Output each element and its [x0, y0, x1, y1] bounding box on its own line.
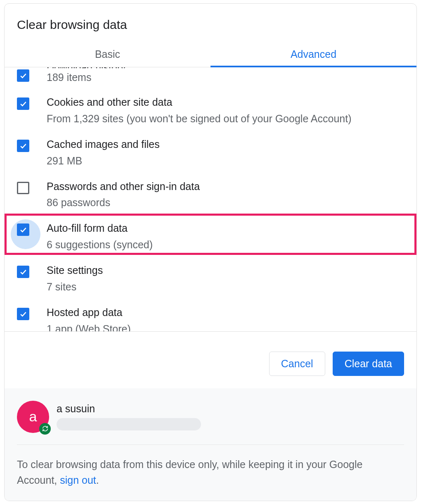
dialog-footer: Cancel Clear data a a	[5, 331, 416, 501]
check-icon	[19, 310, 27, 318]
option-subtitle: 6 suggestions (synced)	[47, 239, 153, 251]
option-cached[interactable]: Cached images and files 291 MB	[5, 130, 416, 172]
option-text: Hosted app data 1 app (Web Store)	[47, 306, 131, 331]
option-subtitle: 7 sites	[47, 281, 103, 293]
option-autofill[interactable]: Auto-fill form data 6 suggestions (synce…	[5, 214, 416, 256]
tabs: Basic Advanced	[5, 41, 416, 67]
option-text: Site settings 7 sites	[47, 264, 103, 293]
checkbox-cached[interactable]	[17, 140, 29, 152]
option-subtitle: 291 MB	[47, 155, 160, 167]
account-email-redacted	[57, 418, 201, 430]
options-list: Download history 189 items Cookies and o…	[5, 67, 416, 331]
checkbox-hosted-app[interactable]	[17, 308, 29, 320]
option-text: Cached images and files 291 MB	[47, 138, 160, 167]
info-text-after: .	[96, 474, 99, 486]
option-subtitle: 1 app (Web Store)	[47, 323, 131, 331]
tab-basic[interactable]: Basic	[5, 41, 210, 67]
info-text: To clear browsing data from this device …	[17, 445, 404, 489]
cancel-button[interactable]: Cancel	[269, 352, 325, 376]
buttons-row: Cancel Clear data	[5, 332, 416, 388]
checkbox-cookies[interactable]	[17, 97, 29, 110]
option-text: Passwords and other sign-in data 86 pass…	[47, 180, 200, 209]
option-hosted-app[interactable]: Hosted app data 1 app (Web Store)	[5, 298, 416, 331]
account-name: a susuin	[57, 403, 201, 415]
checkbox-site-settings[interactable]	[17, 266, 29, 278]
option-title: Download history	[47, 67, 126, 68]
avatar: a	[17, 401, 49, 433]
sync-icon	[42, 425, 49, 432]
option-title: Passwords and other sign-in data	[47, 180, 200, 194]
account-row: a a susuin	[17, 401, 404, 445]
check-icon	[19, 226, 27, 234]
dialog-title: Clear browsing data	[5, 4, 416, 41]
options-scroll-area[interactable]: Download history 189 items Cookies and o…	[5, 67, 416, 331]
check-icon	[19, 268, 27, 276]
option-subtitle: 86 passwords	[47, 197, 200, 209]
tab-advanced[interactable]: Advanced	[210, 41, 416, 67]
option-text: Download history 189 items	[47, 67, 126, 83]
checkbox-autofill[interactable]	[17, 223, 29, 236]
option-site-settings[interactable]: Site settings 7 sites	[5, 256, 416, 298]
sync-badge	[39, 423, 51, 435]
option-text: Auto-fill form data 6 suggestions (synce…	[47, 221, 153, 251]
check-icon	[19, 142, 27, 150]
clear-browsing-data-dialog: Clear browsing data Basic Advanced Downl…	[4, 3, 417, 501]
sign-out-link[interactable]: sign out	[60, 474, 96, 486]
option-title: Cookies and other site data	[47, 95, 352, 109]
option-title: Site settings	[47, 264, 103, 278]
checkbox-download-history[interactable]	[17, 69, 29, 82]
option-cookies[interactable]: Cookies and other site data From 1,329 s…	[5, 88, 416, 130]
option-title: Hosted app data	[47, 306, 131, 320]
account-area: a a susuin To clear br	[5, 388, 416, 501]
clear-data-button[interactable]: Clear data	[333, 352, 404, 376]
option-text: Cookies and other site data From 1,329 s…	[47, 95, 352, 125]
checkbox-passwords[interactable]	[17, 182, 29, 194]
option-download-history[interactable]: Download history 189 items	[5, 67, 416, 88]
option-subtitle: From 1,329 sites (you won't be signed ou…	[47, 113, 352, 125]
check-icon	[19, 100, 27, 108]
option-title: Cached images and files	[47, 138, 160, 152]
account-info: a susuin	[57, 403, 201, 430]
option-subtitle: 189 items	[47, 71, 126, 83]
option-passwords[interactable]: Passwords and other sign-in data 86 pass…	[5, 172, 416, 214]
option-title: Auto-fill form data	[47, 221, 153, 235]
check-icon	[19, 71, 27, 80]
